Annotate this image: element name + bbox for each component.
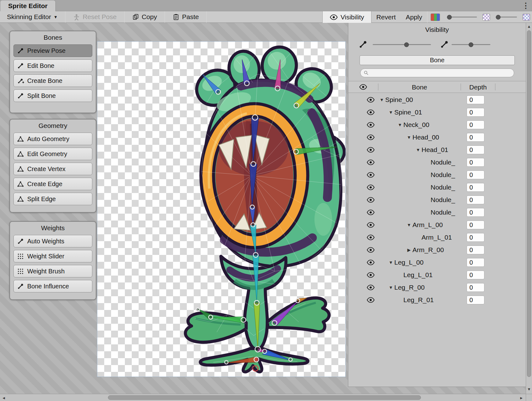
- split-edge-button[interactable]: Split Edge: [13, 193, 92, 205]
- column-header-bone[interactable]: Bone: [378, 84, 461, 90]
- bone-row[interactable]: ▼Head_01: [348, 144, 526, 156]
- visibility-eye-icon[interactable]: [366, 285, 378, 290]
- bone-row[interactable]: ▼Leg_R_00: [348, 281, 526, 294]
- horizontal-scrollbar[interactable]: ◂ ▸: [0, 394, 532, 401]
- depth-input[interactable]: [467, 120, 484, 129]
- visibility-eye-icon[interactable]: [366, 247, 378, 253]
- depth-input[interactable]: [467, 221, 484, 229]
- visibility-eye-icon[interactable]: [366, 260, 378, 265]
- bone-row[interactable]: ▼Leg_L_00: [348, 256, 526, 269]
- auto-geometry-button[interactable]: Auto Geometry: [13, 133, 92, 145]
- edit-geometry-button[interactable]: Edit Geometry: [13, 148, 92, 160]
- depth-input[interactable]: [467, 145, 484, 154]
- checker-swatch-icon[interactable]: [523, 14, 530, 21]
- visibility-eye-icon[interactable]: [366, 197, 378, 203]
- depth-input[interactable]: [467, 271, 484, 279]
- column-header-depth[interactable]: Depth: [461, 84, 495, 90]
- depth-input[interactable]: [467, 208, 484, 217]
- depth-input[interactable]: [467, 296, 484, 304]
- bone-size-slider-thumb[interactable]: [404, 42, 409, 47]
- tab-sprite-editor[interactable]: Sprite Editor: [0, 0, 56, 11]
- zoom-slider-thumb[interactable]: [447, 15, 452, 19]
- depth-input[interactable]: [467, 258, 484, 267]
- visibility-eye-icon[interactable]: [366, 160, 378, 165]
- create-bone-button[interactable]: Create Bone: [13, 74, 92, 87]
- depth-input[interactable]: [467, 133, 484, 142]
- visibility-eye-icon[interactable]: [366, 109, 378, 115]
- bone-row[interactable]: ▼Spine_01: [348, 106, 526, 119]
- visibility-toggle-button[interactable]: Visibility: [322, 11, 371, 23]
- weight-slider-button[interactable]: Weight Slider: [13, 250, 92, 262]
- visibility-eye-icon[interactable]: [366, 172, 378, 178]
- bone-row[interactable]: ▼Arm_L_00: [348, 219, 526, 231]
- apply-button[interactable]: Apply: [401, 11, 427, 23]
- bone-row[interactable]: Leg_R_01: [348, 294, 526, 306]
- visibility-eye-icon[interactable]: [366, 222, 378, 228]
- scroll-down-arrow[interactable]: ▾: [526, 386, 532, 393]
- bone-row[interactable]: Nodule_: [348, 194, 526, 206]
- bone-influence-button[interactable]: Bone Influence: [13, 280, 92, 292]
- edit-bone-button[interactable]: Edit Bone: [13, 59, 92, 72]
- expand-arrow-icon[interactable]: ▶: [406, 247, 412, 252]
- horizontal-scrollbar-thumb[interactable]: [108, 395, 421, 400]
- expand-arrow-icon[interactable]: ▼: [387, 260, 394, 265]
- visibility-eye-icon[interactable]: [366, 135, 378, 140]
- skinning-editor-dropdown[interactable]: Skinning Editor ▼: [4, 11, 61, 23]
- checker-swatch-icon[interactable]: [483, 14, 490, 21]
- depth-input[interactable]: [467, 283, 484, 292]
- kebab-menu-icon[interactable]: ⋮: [522, 0, 529, 11]
- bone-row[interactable]: Nodule_: [348, 181, 526, 194]
- scroll-right-arrow[interactable]: ▸: [518, 394, 525, 401]
- visibility-eye-icon[interactable]: [366, 210, 378, 215]
- bone-row[interactable]: Leg_L_01: [348, 269, 526, 281]
- expand-arrow-icon[interactable]: ▼: [406, 222, 412, 227]
- vertical-scrollbar-thumb[interactable]: [527, 30, 531, 377]
- preview-pose-button[interactable]: Preview Pose: [13, 44, 92, 57]
- scroll-up-arrow[interactable]: ▴: [526, 23, 532, 30]
- revert-button[interactable]: Revert: [371, 11, 401, 23]
- depth-input[interactable]: [467, 246, 484, 254]
- auto-weights-button[interactable]: Auto Weights: [13, 235, 92, 247]
- expand-arrow-icon[interactable]: ▼: [387, 110, 394, 115]
- depth-input[interactable]: [467, 95, 484, 104]
- sprite-canvas[interactable]: [97, 41, 346, 377]
- expand-arrow-icon[interactable]: ▼: [415, 147, 422, 152]
- visibility-eye-icon[interactable]: [366, 185, 378, 190]
- alpha-slider[interactable]: [496, 17, 517, 18]
- depth-input[interactable]: [467, 195, 484, 204]
- visibility-eye-icon[interactable]: [366, 122, 378, 128]
- bone-row[interactable]: Nodule_: [348, 156, 526, 169]
- expand-arrow-icon[interactable]: ▼: [396, 122, 403, 127]
- paste-button[interactable]: Paste: [169, 11, 202, 23]
- expand-arrow-icon[interactable]: ▼: [387, 285, 394, 290]
- bone-search-field[interactable]: [360, 69, 514, 77]
- expand-arrow-icon[interactable]: ▼: [378, 97, 385, 102]
- depth-input[interactable]: [467, 158, 484, 167]
- bone-size-slider[interactable]: [373, 44, 431, 45]
- split-bone-button[interactable]: Split Bone: [13, 89, 92, 102]
- alpha-slider-thumb[interactable]: [496, 15, 501, 19]
- visibility-eye-icon[interactable]: [366, 97, 378, 103]
- weight-brush-button[interactable]: Weight Brush: [13, 265, 92, 277]
- bone-tab-button[interactable]: Bone: [360, 55, 515, 65]
- bone-row[interactable]: ▼Spine_00: [348, 94, 526, 106]
- reset-pose-button[interactable]: Reset Pose: [70, 11, 120, 23]
- mesh-opacity-slider-thumb[interactable]: [469, 42, 473, 47]
- visibility-eye-icon[interactable]: [366, 272, 378, 278]
- bone-row[interactable]: ▼Head_00: [348, 131, 526, 144]
- bone-row[interactable]: Nodule_: [348, 206, 526, 219]
- bone-row[interactable]: ▶Arm_R_00: [348, 244, 526, 256]
- bone-row[interactable]: ▼Neck_00: [348, 119, 526, 131]
- bone-search-input[interactable]: [369, 69, 504, 77]
- scroll-left-arrow[interactable]: ◂: [0, 394, 8, 401]
- depth-input[interactable]: [467, 170, 484, 179]
- depth-input[interactable]: [467, 108, 484, 117]
- rgb-swatch-icon[interactable]: [431, 13, 440, 21]
- vertical-scrollbar[interactable]: ▴ ▾: [526, 23, 532, 394]
- visibility-eye-icon[interactable]: [366, 147, 378, 153]
- create-vertex-button[interactable]: Create Vertex: [13, 163, 92, 175]
- visibility-eye-icon[interactable]: [366, 297, 378, 303]
- visibility-eye-icon[interactable]: [366, 235, 378, 240]
- expand-arrow-icon[interactable]: ▼: [406, 135, 412, 140]
- create-edge-button[interactable]: Create Edge: [13, 178, 92, 190]
